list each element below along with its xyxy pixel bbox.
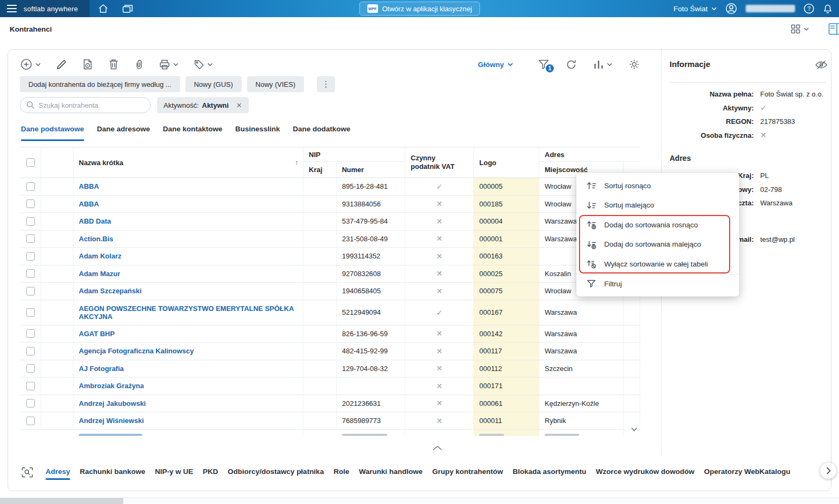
row-checkbox[interactable] — [26, 269, 35, 278]
row-checkbox[interactable] — [26, 382, 35, 390]
row-checkbox[interactable] — [26, 417, 35, 425]
contractor-name-link[interactable]: Ambroziak Grażyna — [79, 382, 144, 390]
tab-dane-adresowe[interactable]: Dane adresowe — [97, 125, 150, 141]
bottom-tab-blokada-asortymentu[interactable]: Blokada asortymentu — [513, 463, 586, 482]
add-contractor-to-company-button[interactable]: Dodaj kontrahenta do bieżącej firmy wedł… — [20, 76, 180, 92]
column-header-numer[interactable]: Numer — [337, 162, 405, 177]
contractor-name-link[interactable]: Adam Szczepański — [79, 287, 142, 295]
contractor-name-link[interactable]: Action.Bis — [79, 235, 113, 243]
tab-dane-kontaktowe[interactable]: Dane kontaktowe — [163, 125, 222, 141]
bottom-tab-nip-y-w-ue[interactable]: NIP-y w UE — [155, 463, 193, 482]
row-checkbox[interactable] — [26, 287, 35, 295]
contractor-name-link[interactable]: AJ Fotografia — [79, 365, 124, 373]
row-checkbox[interactable] — [26, 199, 35, 208]
bottom-tab-role[interactable]: Role — [333, 463, 349, 482]
add-contractor-icon[interactable] — [20, 58, 41, 71]
settings-gear-icon[interactable] — [628, 58, 640, 70]
table-row[interactable]: Agencja Fotograficzna Kalinowscy482-415-… — [20, 343, 640, 360]
print-icon[interactable] — [159, 59, 179, 70]
column-header-logo[interactable]: Logo — [474, 147, 539, 177]
contractor-name-link[interactable]: AEGON POWSZECHNE TOWARZYSTWO EMERYTALNE … — [79, 305, 298, 321]
hamburger-menu-icon[interactable] — [6, 4, 17, 13]
menu-item-dodaj-do-sortowania-rosnaco[interactable]: Dodaj do sortowania rosnąco — [576, 215, 739, 235]
menu-item-filtruj[interactable]: Filtruj — [576, 274, 739, 294]
row-checkbox[interactable] — [26, 217, 35, 226]
contractor-name-link[interactable]: Andrzej Jakubowski — [79, 399, 146, 407]
table-row[interactable]: AJ Fotografia129-704-08-32✕000112Szczeci… — [20, 360, 640, 378]
table-row[interactable]: Andrzej Wiśniewski7685989773✕000011Rybni… — [20, 412, 640, 430]
user-avatar-icon[interactable] — [725, 3, 737, 14]
chart-icon[interactable] — [593, 59, 612, 70]
bottom-tab-grupy-kontrahentow[interactable]: Grupy kontrahentów — [432, 463, 503, 482]
row-checkbox[interactable] — [26, 308, 35, 317]
layout-grid-icon[interactable] — [790, 24, 809, 34]
document-info-icon[interactable] — [82, 58, 93, 70]
contractor-name-link[interactable]: Adam Mazur — [79, 270, 120, 278]
contractor-name-link[interactable]: Andrzej Wiśniewski — [79, 417, 144, 425]
chip-remove-icon[interactable]: ✕ — [236, 101, 242, 109]
new-vies-button[interactable]: Nowy (VIES) — [247, 76, 304, 92]
collapse-panel-icon[interactable] — [433, 446, 442, 450]
contractor-name-link[interactable]: AGAT BHP — [79, 330, 115, 338]
row-checkbox[interactable] — [26, 329, 35, 338]
row-checkbox[interactable] — [26, 234, 35, 243]
company-selector[interactable]: Foto Świat — [673, 5, 717, 13]
bottom-tab-pkd[interactable]: PKD — [203, 463, 218, 482]
table-row[interactable]: Andrzej Jakubowski2021236631✕000061Kędzi… — [20, 395, 640, 413]
column-group-adres[interactable]: Adres — [539, 147, 640, 162]
tab-dane-podstawowe[interactable]: Dane podstawowe — [21, 125, 84, 141]
contractor-name-link[interactable]: ABBA — [79, 200, 99, 208]
column-group-nip[interactable]: NIP — [303, 147, 405, 162]
menu-item-dodaj-do-sortowania-malejaco[interactable]: Dodaj do sortowania malejąco — [576, 235, 739, 255]
contractor-name-link[interactable]: ABD Data — [79, 217, 111, 225]
refresh-icon[interactable] — [566, 59, 577, 70]
bottom-tab-adresy[interactable]: Adresy — [46, 463, 70, 482]
filter-icon[interactable]: 1 — [538, 59, 550, 70]
more-options-icon[interactable]: ⋮ — [317, 76, 335, 92]
table-row[interactable]: Adam Szczepański1940658405✕000075Wrocław — [20, 283, 640, 300]
table-row[interactable]: Adam Mazur9270832608✕000025Koszalin — [20, 265, 640, 283]
view-selector[interactable]: Główny — [478, 61, 513, 69]
tabs-scroll-right-icon[interactable] — [820, 463, 836, 479]
table-scrollbar-down-icon[interactable] — [630, 426, 638, 433]
horizontal-scrollbar[interactable] — [0, 498, 839, 504]
bottom-tab-wzorce-wydrukow-dowodow[interactable]: Wzorce wydruków dowodów — [596, 463, 694, 482]
menu-item-sortuj-malejaco[interactable]: Sortuj malejąco — [576, 196, 739, 216]
workspaces-icon[interactable] — [122, 4, 133, 13]
tab-businesslink[interactable]: Businesslink — [235, 125, 280, 141]
column-header-kraj[interactable]: Kraj — [303, 162, 337, 177]
edit-icon[interactable] — [56, 59, 67, 70]
bottom-tab-rachunki-bankowe[interactable]: Rachunki bankowe — [80, 463, 145, 482]
select-all-checkbox[interactable] — [26, 158, 35, 167]
column-header-vat[interactable]: Czynny podatnik VAT — [405, 147, 474, 177]
contractor-name-link[interactable]: Adam Kolarz — [79, 252, 121, 260]
horizontal-scrollbar-thumb[interactable] — [0, 498, 123, 504]
help-icon[interactable]: ? — [804, 3, 814, 14]
table-row[interactable]: ABBA895-16-28-481✓000005Wrocław — [20, 178, 640, 196]
tag-icon[interactable] — [194, 59, 213, 70]
table-row[interactable]: Action.Bis231-508-08-49✕000001Warszawa — [20, 231, 640, 248]
table-row[interactable]: AGAT BHP826-136-96-59✕000142Warszawa — [20, 325, 640, 343]
table-row[interactable]: Ambroziak Grażyna✕000171 — [20, 377, 640, 395]
home-icon[interactable] — [98, 4, 108, 13]
table-row[interactable]: AEGON POWSZECHNE TOWARZYSTWO EMERYTALNE … — [20, 300, 640, 325]
tab-dane-dodatkowe[interactable]: Dane dodatkowe — [293, 125, 350, 141]
row-checkbox[interactable] — [26, 364, 35, 373]
search-input[interactable] — [20, 97, 151, 113]
hide-panel-eye-icon[interactable] — [815, 60, 828, 70]
row-checkbox[interactable] — [26, 252, 35, 261]
table-row[interactable]: Adam Kolarz1993114352✕000163 — [20, 248, 640, 265]
row-checkbox[interactable] — [26, 347, 35, 355]
menu-item-sortuj-rosnaco[interactable]: Sortuj rosnąco — [576, 176, 739, 196]
side-panel-icon[interactable] — [828, 23, 839, 35]
table-row[interactable]: ABD Data537-479-95-84✕000004Warszawa — [20, 213, 640, 231]
notifications-bell-icon[interactable] — [823, 3, 833, 14]
row-checkbox[interactable] — [26, 399, 35, 407]
new-gus-button[interactable]: Nowy (GUS) — [185, 76, 242, 92]
delete-icon[interactable] — [108, 58, 119, 70]
column-header-nazwa-krotka[interactable]: Nazwa krótka ↑ — [73, 147, 303, 177]
contractor-name-link[interactable]: ABBA — [79, 182, 99, 190]
open-classic-app-button[interactable]: WPF Otwórz w aplikacji klasycznej — [359, 2, 480, 16]
bottom-tab-odbiorcy-dostawcy-platnika[interactable]: Odbiorcy/dostawcy płatnika — [228, 463, 324, 482]
menu-item-wylacz-sortowanie-w-calej-tabeli[interactable]: Wyłącz sortowanie w całej tabeli — [576, 254, 739, 274]
